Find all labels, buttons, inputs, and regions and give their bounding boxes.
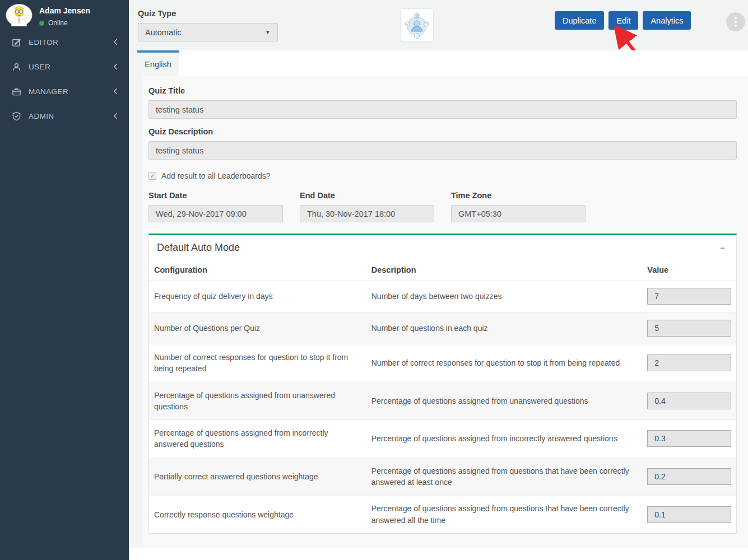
dates-row: Start Date Wed, 29-Nov-2017 09:00 End Da… <box>148 183 737 222</box>
language-tab-bar: English <box>137 50 748 76</box>
value-cell: 0.2 <box>642 458 736 496</box>
analytics-button[interactable]: Analytics <box>643 11 691 30</box>
description-cell: Percentage of questions assigned from qu… <box>366 496 643 533</box>
default-auto-mode-header: Default Auto Mode − <box>149 235 736 260</box>
end-date-label: End Date <box>300 191 434 200</box>
leaderboard-checkbox-row: Add result to all Leaderboards? <box>148 171 737 180</box>
briefcase-icon <box>11 86 21 96</box>
start-date-block: Start Date Wed, 29-Nov-2017 09:00 <box>148 183 283 222</box>
dot-icon <box>735 25 737 27</box>
value-cell: 2 <box>642 344 736 382</box>
quiz-description-label: Quiz Description <box>148 127 737 136</box>
user-status: Online <box>39 19 90 27</box>
time-zone-block: Time Zone GMT+05:30 <box>451 183 586 222</box>
configuration-table: Configuration Description Value Frequenc… <box>149 260 736 533</box>
value-input[interactable]: 0.2 <box>647 468 731 485</box>
configuration-cell: Number of correct responses for question… <box>149 344 366 382</box>
value-input[interactable]: 0.1 <box>647 506 731 523</box>
configuration-cell: Frequency of quiz delivery in days <box>149 281 366 312</box>
chevron-down-icon: ▼ <box>265 29 271 35</box>
quiz-title-input[interactable]: testing status <box>148 100 737 119</box>
table-row: Number of correct responses for question… <box>149 344 736 382</box>
value-cell: 0.4 <box>642 382 736 420</box>
table-header-row: Configuration Description Value <box>149 260 736 281</box>
end-date-block: End Date Thu, 30-Nov-2017 18:00 <box>300 183 434 222</box>
time-zone-label: Time Zone <box>451 191 586 200</box>
tab-english[interactable]: English <box>137 50 179 76</box>
header-action-buttons: DuplicateEditAnalytics <box>555 11 691 30</box>
value-cell: 0.3 <box>642 420 736 458</box>
leaderboard-checkbox[interactable] <box>148 172 156 180</box>
sidebar-item-label: MANAGER <box>29 87 113 96</box>
collapse-minus-icon[interactable]: − <box>717 242 728 254</box>
user-avatar <box>6 4 32 26</box>
start-date-input[interactable]: Wed, 29-Nov-2017 09:00 <box>148 205 283 222</box>
sidebar-item-label: USER <box>29 63 113 71</box>
description-cell: Percentage of questions assigned from in… <box>366 420 643 458</box>
time-zone-input[interactable]: GMT+05:30 <box>451 205 586 222</box>
quiz-form-panel: Quiz Title testing status Quiz Descripti… <box>143 76 748 548</box>
svg-text:?: ? <box>425 22 428 26</box>
quiz-type-label: Quiz Type <box>138 9 278 18</box>
description-cell: Number of correct responses for question… <box>366 344 643 382</box>
description-cell: Percentage of questions assigned from un… <box>366 382 643 420</box>
quiz-type-icon-card: ? <box>400 8 434 42</box>
configuration-cell: Number of Questions per Quiz <box>149 312 366 344</box>
table-row: Correctly response questions weightage P… <box>149 496 736 533</box>
quiz-type-selected-value: Automatic <box>145 28 181 37</box>
table-row: Percentage of questions assigned from in… <box>149 420 736 458</box>
quiz-type-select[interactable]: Automatic ▼ <box>138 23 278 41</box>
description-cell: Percentage of questions assigned from qu… <box>366 458 643 496</box>
duplicate-button[interactable]: Duplicate <box>555 11 604 30</box>
automatic-quiz-illustration-icon: ? <box>403 11 431 39</box>
shield-icon <box>11 111 21 121</box>
start-date-label: Start Date <box>148 191 283 200</box>
quiz-title-label: Quiz Title <box>148 86 737 95</box>
dot-icon <box>735 17 737 19</box>
tab-english-label: English <box>145 60 171 69</box>
chevron-left-icon <box>113 63 118 70</box>
value-input[interactable]: 5 <box>647 320 731 337</box>
sidebar-item-editor[interactable]: EDITOR <box>0 30 129 54</box>
value-cell: 5 <box>642 312 736 344</box>
value-input[interactable]: 2 <box>647 354 731 371</box>
table-row: Percentage of questions assigned from un… <box>149 382 736 420</box>
sidebar-item-user[interactable]: USER <box>0 54 129 79</box>
value-cell: 7 <box>642 281 736 312</box>
edit-icon <box>11 37 21 47</box>
configuration-cell: Percentage of questions assigned from un… <box>149 382 366 420</box>
chevron-left-icon <box>113 88 118 95</box>
more-options-button[interactable] <box>726 12 745 31</box>
user-panel: Adam Jensen Online <box>0 0 129 28</box>
table-row: Frequency of quiz delivery in days Numbe… <box>149 281 736 312</box>
description-cell: Number of questions in each quiz <box>366 312 643 344</box>
value-input[interactable]: 7 <box>647 288 731 305</box>
configuration-cell: Partially correct answered questions wei… <box>149 458 366 496</box>
user-status-label: Online <box>48 19 68 27</box>
value-input[interactable]: 0.3 <box>647 430 731 447</box>
edit-button[interactable]: Edit <box>608 11 638 30</box>
dot-icon <box>735 21 737 23</box>
chevron-left-icon <box>113 113 118 119</box>
table-row: Number of Questions per Quiz Number of q… <box>149 312 736 344</box>
configuration-cell: Percentage of questions assigned from in… <box>149 420 366 458</box>
sidebar-item-label: ADMIN <box>29 112 113 120</box>
configuration-cell: Correctly response questions weightage <box>149 496 366 533</box>
user-icon <box>11 62 21 72</box>
column-header-configuration: Configuration <box>149 260 366 281</box>
end-date-input[interactable]: Thu, 30-Nov-2017 18:00 <box>300 205 434 222</box>
sidebar-item-manager[interactable]: MANAGER <box>0 79 129 104</box>
leaderboard-checkbox-label: Add result to all Leaderboards? <box>161 171 271 180</box>
value-input[interactable]: 0.4 <box>647 393 731 409</box>
sidebar-item-admin[interactable]: ADMIN <box>0 104 129 128</box>
sidebar-nav: EDITOR USER MANAGER ADMIN <box>0 30 129 128</box>
quiz-description-input[interactable]: testing status <box>148 141 737 160</box>
quiz-type-block: Quiz Type Automatic ▼ <box>138 9 278 41</box>
chevron-left-icon <box>113 39 118 45</box>
main-content: Quiz Type Automatic ▼ <box>129 0 748 560</box>
table-row: Partially correct answered questions wei… <box>149 458 736 496</box>
column-header-description: Description <box>366 260 643 281</box>
user-name: Adam Jensen <box>39 6 90 15</box>
sidebar: Adam Jensen Online EDITOR USER MANAGER <box>0 0 129 560</box>
default-auto-mode-card: Default Auto Mode − Configuration Descri… <box>148 234 737 534</box>
